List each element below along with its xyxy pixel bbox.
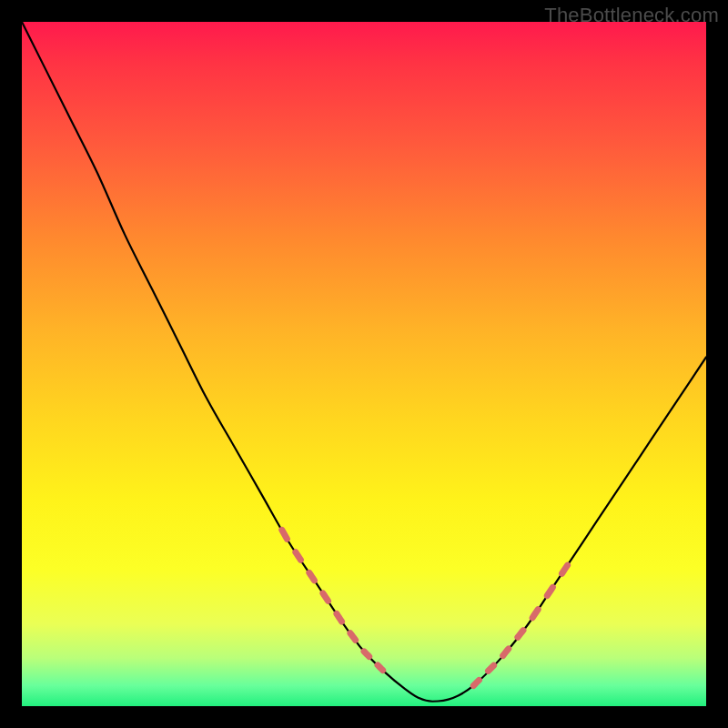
dash-segment: [309, 572, 315, 580]
dash-segment: [378, 665, 383, 671]
dash-segment: [282, 530, 288, 539]
dash-segment: [473, 680, 479, 685]
bottleneck-curve: [22, 22, 706, 702]
dash-segment: [337, 613, 342, 621]
dash-overlay-right: [473, 565, 567, 685]
dash-segment: [350, 633, 356, 641]
chart-plot-area: [22, 22, 706, 706]
dash-segment: [503, 649, 509, 656]
dash-segment: [518, 631, 523, 638]
dash-segment: [364, 652, 369, 657]
dash-segment: [532, 610, 538, 618]
bottleneck-curve-svg: [22, 22, 706, 706]
dash-segment: [547, 587, 552, 595]
dash-overlay-left: [282, 530, 383, 670]
dash-segment: [323, 593, 329, 601]
dash-segment: [489, 665, 494, 671]
dash-segment: [296, 552, 301, 560]
watermark-text: TheBottleneck.com: [544, 4, 719, 27]
dash-segment: [562, 565, 568, 573]
